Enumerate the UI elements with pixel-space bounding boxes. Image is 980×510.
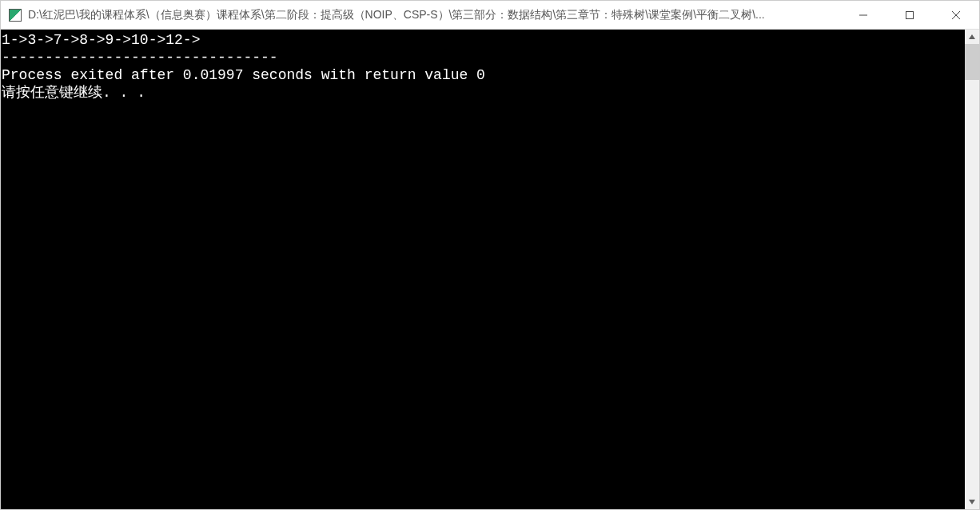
- minimize-button[interactable]: [840, 1, 886, 29]
- console-line: 1->3->7->8->9->10->12->: [2, 31, 965, 49]
- console-output[interactable]: 1->3->7->8->9->10->12->-----------------…: [1, 30, 965, 509]
- app-icon: [9, 9, 22, 22]
- title-bar[interactable]: D:\红泥巴\我的课程体系\（信息奥赛）课程体系\第二阶段：提高级（NOIP、C…: [1, 1, 979, 30]
- scroll-up-button[interactable]: [965, 30, 979, 44]
- chevron-up-icon: [969, 34, 975, 40]
- minimize-icon: [858, 10, 868, 20]
- window-title: D:\红泥巴\我的课程体系\（信息奥赛）课程体系\第二阶段：提高级（NOIP、C…: [28, 8, 840, 22]
- close-icon: [951, 10, 961, 20]
- scroll-down-button[interactable]: [965, 495, 979, 509]
- chevron-down-icon: [969, 499, 975, 505]
- scroll-track[interactable]: [965, 44, 979, 495]
- svg-rect-1: [906, 11, 914, 18]
- close-button[interactable]: [933, 1, 979, 29]
- svg-marker-5: [969, 500, 975, 504]
- maximize-button[interactable]: [886, 1, 933, 29]
- console-line: Process exited after 0.01997 seconds wit…: [2, 66, 965, 84]
- console-line: --------------------------------: [2, 49, 965, 66]
- scroll-thumb[interactable]: [965, 44, 979, 80]
- maximize-icon: [905, 10, 914, 20]
- content-area: 1->3->7->8->9->10->12->-----------------…: [1, 30, 979, 509]
- window-controls: [840, 1, 979, 29]
- app-window: D:\红泥巴\我的课程体系\（信息奥赛）课程体系\第二阶段：提高级（NOIP、C…: [0, 0, 980, 510]
- svg-marker-4: [969, 34, 975, 39]
- console-line: 请按任意键继续. . .: [2, 84, 965, 102]
- vertical-scrollbar[interactable]: [965, 30, 979, 509]
